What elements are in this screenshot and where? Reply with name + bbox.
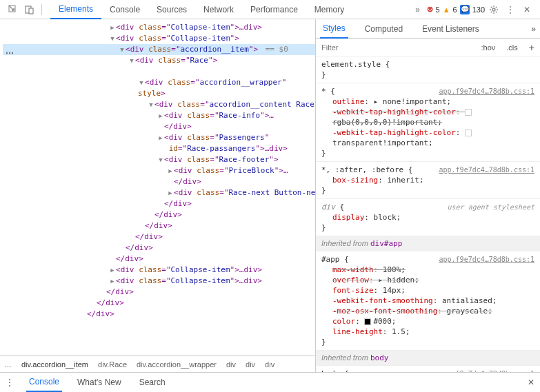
device-toggle-icon[interactable] bbox=[22, 2, 37, 17]
dom-node[interactable]: </div> bbox=[3, 176, 315, 187]
expand-arrow-icon[interactable]: ▼ bbox=[157, 154, 164, 165]
close-devtools-icon[interactable]: ✕ bbox=[519, 2, 534, 17]
tab-console[interactable]: Console bbox=[101, 0, 148, 19]
expand-arrow-icon[interactable]: ▼ bbox=[119, 44, 126, 55]
dom-node[interactable]: ▶<div class="Collapse-item">…div> bbox=[3, 276, 315, 287]
more-tabs-icon[interactable]: » bbox=[410, 2, 426, 17]
css-property[interactable]: -moz-osx-font-smoothing: grayscale; bbox=[321, 306, 534, 316]
dom-node[interactable]: </div> bbox=[3, 209, 315, 220]
dom-node[interactable]: </div> bbox=[3, 231, 315, 243]
dom-node[interactable]: </div> bbox=[3, 287, 315, 298]
expand-arrow-icon[interactable]: ▼ bbox=[109, 33, 116, 44]
tab-memory[interactable]: Memory bbox=[306, 0, 352, 19]
css-rule[interactable]: app.f9e7dc4…78d8b.css:1body {font-family… bbox=[316, 366, 540, 372]
css-property[interactable]: max-width: 100%; bbox=[321, 265, 534, 275]
expand-arrow-icon[interactable]: ▶ bbox=[157, 110, 164, 121]
settings-icon[interactable] bbox=[486, 2, 501, 17]
expand-arrow-icon[interactable]: ▶ bbox=[167, 187, 174, 198]
expand-arrow-icon[interactable]: ▶ bbox=[109, 265, 116, 276]
dom-node[interactable]: ▶<div class="PriceBlock">… bbox=[3, 165, 315, 176]
css-property[interactable]: display: block; bbox=[321, 212, 534, 223]
breadcrumb-item[interactable]: div bbox=[246, 360, 255, 369]
drawer: ⋮ ConsoleWhat's NewSearch ✕ bbox=[0, 372, 540, 391]
expand-arrow-icon[interactable]: ▶ bbox=[167, 165, 174, 176]
expand-arrow-icon[interactable]: ▶ bbox=[109, 276, 116, 287]
cls-toggle[interactable]: .cls bbox=[501, 43, 523, 52]
tab-sources[interactable]: Sources bbox=[148, 0, 195, 19]
dom-node[interactable]: ▼<div class="Race"> bbox=[3, 55, 315, 66]
dom-node[interactable]: ▼<div class="accordion__item"> == $0 bbox=[3, 44, 315, 55]
color-swatch-icon[interactable] bbox=[364, 318, 371, 325]
drawer-tab-search[interactable]: Search bbox=[137, 373, 168, 392]
breadcrumb-item[interactable]: … bbox=[4, 360, 12, 369]
dom-node[interactable]: </div> bbox=[3, 198, 315, 209]
dom-node[interactable]: ▼<div class="accordion__content Race-con… bbox=[3, 99, 315, 110]
dom-node[interactable]: </div> bbox=[3, 309, 315, 320]
dom-node[interactable]: ▼<div class="Collapse-item"> bbox=[3, 33, 315, 44]
dom-tree[interactable]: ▶<div class="Collapse-item">…div>▼<div c… bbox=[0, 19, 315, 355]
css-rule[interactable]: element.style {} bbox=[316, 56, 540, 83]
tab-performance[interactable]: Performance bbox=[242, 0, 306, 19]
color-swatch-icon[interactable] bbox=[465, 109, 472, 116]
drawer-close-icon[interactable]: ✕ bbox=[528, 378, 534, 387]
css-property[interactable]: overflow: ▸ hidden; bbox=[321, 275, 534, 285]
dom-node[interactable]: ▼<div class="accordion__wrapper"style> bbox=[3, 77, 315, 99]
css-property[interactable]: line-height: 1.5; bbox=[321, 327, 534, 337]
dom-node[interactable]: ▶<div class="Race-next Button-next">…div… bbox=[3, 187, 315, 198]
tab-elements[interactable]: Elements bbox=[50, 0, 101, 19]
styles-filter-input[interactable] bbox=[316, 43, 476, 52]
dom-node[interactable]: ▶<div class="Collapse-item">…div> bbox=[3, 265, 315, 276]
css-rule[interactable]: app.f9e7dc4…78d8b.css:1*, :after, :befor… bbox=[316, 162, 540, 199]
hov-toggle[interactable]: :hov bbox=[476, 43, 501, 52]
css-property[interactable]: -webkit-font-smoothing: antialiased; bbox=[321, 296, 534, 306]
breadcrumb-item[interactable]: div.accordion__wrapper bbox=[137, 360, 217, 369]
drawer-tab-console[interactable]: Console bbox=[26, 373, 62, 392]
drawer-menu-icon[interactable]: ⋮ bbox=[6, 378, 14, 387]
breadcrumb-item[interactable]: div bbox=[265, 360, 274, 369]
css-property[interactable]: outline: ▸ none!important; bbox=[321, 96, 534, 107]
status-area[interactable]: ⊗5 ▲6 💬130 bbox=[427, 5, 486, 14]
dom-node[interactable]: </div> bbox=[3, 243, 315, 254]
css-rule[interactable]: app.f9e7dc4…78d8b.css:1* {outline: ▸ non… bbox=[316, 83, 540, 162]
tree-context-icon[interactable]: ⋯ bbox=[6, 48, 14, 58]
breadcrumb-item[interactable]: div.accordion__item bbox=[21, 360, 88, 369]
breadcrumb-item[interactable]: div bbox=[226, 360, 236, 369]
styles-tab-styles[interactable]: Styles bbox=[320, 19, 348, 39]
breadcrumb-item[interactable]: div.Race bbox=[98, 360, 127, 369]
more-styles-tabs-icon[interactable]: » bbox=[531, 24, 536, 34]
css-property[interactable]: -webkit-tap-highlight-color: rgba(0,0,0,… bbox=[321, 107, 534, 127]
dom-node[interactable]: </div> bbox=[3, 220, 315, 231]
css-property[interactable]: font-size: 14px; bbox=[321, 285, 534, 296]
expand-arrow-icon[interactable]: ▼ bbox=[138, 77, 145, 88]
color-swatch-icon[interactable] bbox=[465, 130, 472, 136]
expand-arrow-icon[interactable]: ▶ bbox=[157, 132, 164, 143]
kebab-menu-icon[interactable]: ⋮ bbox=[503, 2, 518, 17]
dom-node[interactable]: </div> bbox=[3, 298, 315, 309]
inspect-icon[interactable] bbox=[6, 2, 21, 17]
css-property[interactable]: -webkit-tap-highlight-color: transparent… bbox=[321, 127, 534, 148]
dom-node[interactable]: ▶<div class="Collapse-item">…div> bbox=[3, 22, 315, 33]
dom-node[interactable]: </div> bbox=[3, 254, 315, 265]
expand-arrow-icon[interactable]: ▼ bbox=[128, 55, 135, 66]
source-link[interactable]: app.f9e7dc4…78d8b.css:1 bbox=[439, 165, 534, 175]
styles-tab-event-listeners[interactable]: Event Listeners bbox=[419, 19, 482, 39]
css-rule[interactable]: app.f9e7dc4…78d8b.css:1#app {max-width: … bbox=[316, 251, 540, 351]
dom-node[interactable] bbox=[3, 66, 315, 77]
css-property[interactable]: color: #000; bbox=[321, 316, 534, 327]
tab-network[interactable]: Network bbox=[195, 0, 242, 19]
dom-node[interactable]: ▶<div class="Passengers" id="Race-passan… bbox=[3, 132, 315, 154]
dom-node[interactable]: ▼<div class="Race-footer"> bbox=[3, 154, 315, 165]
add-rule-icon[interactable]: + bbox=[523, 42, 540, 53]
styles-body[interactable]: element.style {}app.f9e7dc4…78d8b.css:1*… bbox=[316, 56, 540, 372]
dom-node[interactable]: ▶<div class="Race-info">… bbox=[3, 110, 315, 121]
source-link[interactable]: app.f9e7dc4…78d8b.css:1 bbox=[439, 254, 534, 265]
source-link[interactable]: app.f9e7dc4…78d8b.css:1 bbox=[439, 369, 534, 372]
css-property[interactable]: box-sizing: inherit; bbox=[321, 175, 534, 185]
dom-node[interactable]: </div> bbox=[3, 121, 315, 132]
expand-arrow-icon[interactable]: ▶ bbox=[109, 22, 116, 33]
source-link[interactable]: app.f9e7dc4…78d8b.css:1 bbox=[439, 86, 534, 96]
css-rule[interactable]: user agent stylesheetdiv {display: block… bbox=[316, 199, 540, 236]
styles-tab-computed[interactable]: Computed bbox=[362, 19, 406, 39]
expand-arrow-icon[interactable]: ▼ bbox=[148, 99, 154, 110]
drawer-tab-what-s-new[interactable]: What's New bbox=[74, 373, 124, 392]
